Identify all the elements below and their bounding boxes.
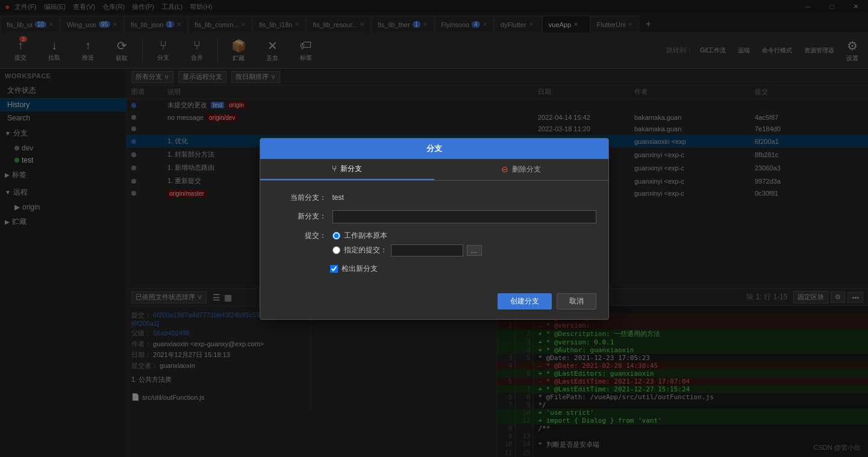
modal-tab-new-branch[interactable]: ⑂ 新分支	[260, 159, 434, 180]
delete-branch-tab-label: 删除分支	[512, 164, 541, 175]
checkout-checkbox[interactable]	[330, 265, 338, 273]
modal-overlay: 分支 ⑂ 新分支 ⊖ 删除分支 当前分支： test 新分支： 提交：	[0, 0, 868, 457]
commit-radio-group: 工作副本原本 指定的提交： …	[333, 231, 482, 256]
modal-tabs: ⑂ 新分支 ⊖ 删除分支	[260, 159, 608, 181]
working-copy-radio-row: 工作副本原本	[333, 231, 482, 241]
modal-title: 分支	[260, 138, 608, 159]
current-branch-row: 当前分支： test	[272, 193, 596, 203]
specified-commit-label: 指定的提交：	[344, 245, 387, 255]
modal-footer: 创建分支 取消	[260, 293, 608, 319]
new-branch-row: 新分支：	[272, 210, 596, 223]
create-branch-button[interactable]: 创建分支	[498, 293, 552, 309]
specified-commit-input[interactable]	[391, 244, 463, 256]
new-branch-label: 新分支：	[272, 211, 326, 222]
modal-body: 当前分支： test 新分支： 提交： 工作副本原本 指定的提交：	[260, 181, 608, 293]
commit-row: 提交： 工作副本原本 指定的提交： …	[272, 231, 596, 256]
new-branch-input[interactable]	[333, 210, 596, 223]
new-branch-icon: ⑂	[332, 164, 337, 173]
working-copy-label: 工作副本原本	[344, 231, 387, 241]
checkout-label: 检出新分支	[342, 264, 378, 274]
new-branch-tab-label: 新分支	[340, 164, 362, 174]
working-copy-radio[interactable]	[333, 232, 340, 240]
delete-branch-icon: ⊖	[501, 164, 508, 174]
commit-type-label: 提交：	[272, 231, 326, 241]
specified-commit-radio-row: 指定的提交： …	[333, 244, 482, 256]
current-branch-label: 当前分支：	[272, 193, 326, 203]
checkout-row: 检出新分支	[272, 264, 596, 274]
modal-tab-delete-branch[interactable]: ⊖ 删除分支	[434, 159, 608, 180]
specified-commit-radio[interactable]	[333, 246, 340, 254]
branch-dialog: 分支 ⑂ 新分支 ⊖ 删除分支 当前分支： test 新分支： 提交：	[260, 138, 609, 320]
browse-commit-button[interactable]: …	[467, 245, 482, 256]
cancel-button[interactable]: 取消	[557, 293, 596, 309]
current-branch-value: test	[333, 193, 344, 202]
